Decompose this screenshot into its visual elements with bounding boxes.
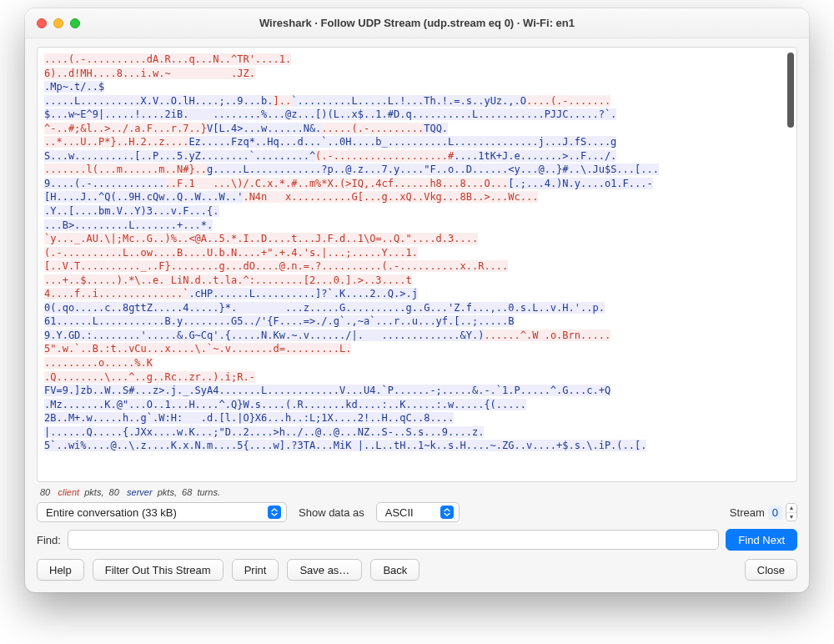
button-bar: Help Filter Out This Stream Print Save a…	[37, 559, 797, 581]
show-data-label: Show data as	[299, 506, 364, 519]
close-button[interactable]: Close	[745, 559, 797, 581]
packet-stats: 80 client pkts, 80 server pkts, 68 turns…	[40, 487, 794, 497]
stream-stepper: Stream 0 ▲ ▼	[730, 503, 797, 521]
back-button[interactable]: Back	[370, 559, 420, 581]
options-row: Entire conversation (33 kB) Show data as…	[37, 502, 797, 522]
title-bar: Wireshark · Follow UDP Stream (udp.strea…	[25, 8, 809, 38]
show-data-select[interactable]: ASCII	[376, 502, 460, 522]
conversation-select-value: Entire conversation (33 kB)	[46, 506, 177, 519]
show-data-value: ASCII	[385, 506, 414, 519]
chevron-updown-icon	[268, 506, 281, 519]
chevron-updown-icon	[440, 506, 454, 519]
server-color-label: server	[127, 487, 153, 497]
chevron-up-icon[interactable]: ▲	[786, 504, 796, 512]
find-input[interactable]	[68, 530, 719, 550]
zoom-window-icon[interactable]	[70, 18, 80, 28]
stream-value[interactable]: 0	[768, 506, 782, 520]
chevron-down-icon[interactable]: ▼	[786, 512, 796, 521]
window-title: Wireshark · Follow UDP Stream (udp.strea…	[25, 17, 809, 29]
traffic-lights	[37, 18, 80, 28]
stream-viewer: ....(.-..........dA.R...q...N..^TR'....1…	[37, 47, 797, 482]
stream-label: Stream	[730, 506, 765, 519]
close-window-icon[interactable]	[37, 18, 47, 28]
stream-step-arrows[interactable]: ▲ ▼	[786, 503, 797, 521]
client-color-label: client	[58, 487, 79, 497]
dialog-window: Wireshark · Follow UDP Stream (udp.strea…	[25, 8, 809, 592]
filter-out-button[interactable]: Filter Out This Stream	[93, 559, 224, 581]
scrollbar-thumb[interactable]	[787, 53, 794, 128]
find-next-button[interactable]: Find Next	[726, 529, 797, 551]
minimize-window-icon[interactable]	[53, 18, 63, 28]
find-row: Find: Find Next	[37, 529, 797, 551]
print-button[interactable]: Print	[232, 559, 279, 581]
stream-text[interactable]: ....(.-..........dA.R...q...N..^TR'....1…	[38, 48, 785, 481]
conversation-select[interactable]: Entire conversation (33 kB)	[37, 502, 287, 522]
help-button[interactable]: Help	[37, 559, 84, 581]
scrollbar[interactable]	[785, 48, 796, 481]
find-label: Find:	[37, 534, 61, 546]
save-as-button[interactable]: Save as…	[287, 559, 362, 581]
